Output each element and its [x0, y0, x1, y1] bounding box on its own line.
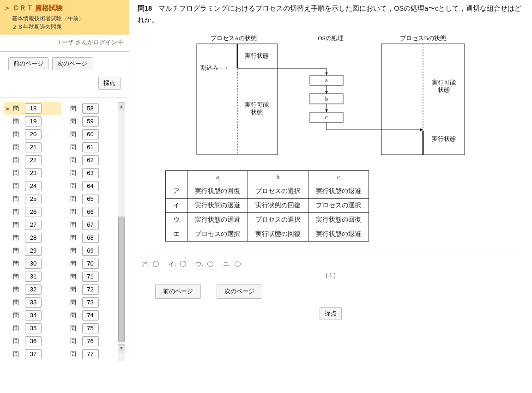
nav-question-67[interactable]: 67: [82, 220, 99, 230]
nav-question-60[interactable]: 60: [82, 129, 99, 139]
nav-row-32: 問32: [4, 283, 61, 296]
nav-label: 問: [13, 143, 25, 151]
nav-question-63[interactable]: 63: [82, 168, 99, 178]
nav-question-31[interactable]: 31: [25, 272, 42, 282]
question-counter: ( 1 ): [138, 272, 524, 278]
nav-question-66[interactable]: 66: [82, 207, 99, 217]
option-a[interactable]: ア.: [141, 260, 160, 267]
option-i-radio[interactable]: [180, 261, 186, 267]
nav-question-75[interactable]: 75: [82, 323, 99, 333]
nav-question-72[interactable]: 72: [82, 284, 99, 295]
nav-question-25[interactable]: 25: [25, 194, 42, 204]
option-e-radio[interactable]: [235, 261, 241, 267]
nav-row-69: 問69: [61, 244, 118, 257]
scroll-down-icon[interactable]: ▼: [118, 344, 125, 352]
table-row: エプロセスの選択実行状態の回復実行状態の退避: [166, 227, 369, 242]
nav-row-29: 問29: [4, 244, 61, 257]
nav-question-34[interactable]: 34: [25, 310, 42, 320]
nav-question-18[interactable]: 18: [25, 103, 42, 114]
nav-question-22[interactable]: 22: [25, 155, 42, 165]
table-header: a: [187, 171, 248, 184]
nav-question-26[interactable]: 26: [25, 207, 42, 217]
process-diagram: text{font-size:13px;fill:#111;} プロセスAの状態…: [192, 34, 469, 160]
divider: [0, 51, 129, 52]
table-cell: プロセスの選択: [187, 227, 248, 242]
nav-question-73[interactable]: 73: [82, 297, 99, 308]
nav-question-58[interactable]: 58: [82, 103, 99, 114]
nav-label: 問: [70, 337, 82, 345]
next-page-button[interactable]: 次のページ: [52, 57, 92, 70]
option-e[interactable]: エ.: [223, 260, 242, 267]
nav-question-68[interactable]: 68: [82, 233, 99, 243]
table-cell: 実行状態の回復: [248, 227, 308, 242]
main-next-button[interactable]: 次のページ: [217, 284, 262, 299]
scroll-track[interactable]: [118, 110, 125, 344]
nav-row-72: 問72: [61, 283, 118, 296]
nav-question-23[interactable]: 23: [25, 168, 42, 178]
option-a-radio[interactable]: [153, 261, 159, 267]
nav-question-59[interactable]: 59: [82, 116, 99, 127]
answer-options: ア. イ. ウ. エ.: [138, 259, 524, 272]
nav-question-29[interactable]: 29: [25, 246, 42, 256]
nav-label: 問: [13, 311, 25, 320]
nav-question-61[interactable]: 61: [82, 142, 99, 152]
nav-question-71[interactable]: 71: [82, 272, 99, 282]
nav-label: 問: [70, 298, 82, 307]
nav-row-24: 問24: [4, 180, 61, 193]
nav-question-30[interactable]: 30: [25, 259, 42, 269]
nav-label: 問: [70, 350, 82, 358]
login-status: ユーザ さんがログイン中: [0, 35, 129, 49]
main-prev-button[interactable]: 前のページ: [155, 284, 201, 299]
nav-question-19[interactable]: 19: [25, 116, 42, 127]
nav-question-32[interactable]: 32: [25, 284, 42, 295]
nav-row-67: 問67: [61, 218, 118, 231]
nav-row-65: 問65: [61, 193, 118, 206]
nav-question-27[interactable]: 27: [25, 220, 42, 230]
nav-question-36[interactable]: 36: [25, 336, 42, 346]
nav-scrollbar[interactable]: ▲ ▼: [118, 102, 125, 361]
nav-question-76[interactable]: 76: [82, 336, 99, 346]
score-button[interactable]: 採点: [98, 77, 121, 90]
nav-question-33[interactable]: 33: [25, 297, 42, 308]
nav-question-20[interactable]: 20: [25, 129, 42, 139]
nav-question-77[interactable]: 77: [82, 349, 99, 359]
option-u-radio[interactable]: [207, 261, 213, 267]
nav-question-62[interactable]: 62: [82, 155, 99, 165]
svg-text:プロセスBの状態: プロセスBの状態: [400, 35, 446, 42]
nav-question-69[interactable]: 69: [82, 246, 99, 256]
main-score-button[interactable]: 採点: [320, 307, 342, 320]
nav-label: 問: [13, 234, 25, 242]
nav-question-24[interactable]: 24: [25, 181, 42, 191]
nav-question-64[interactable]: 64: [82, 181, 99, 191]
option-i[interactable]: イ.: [169, 260, 187, 267]
row-label: ア: [166, 184, 187, 199]
scroll-thumb[interactable]: [118, 217, 125, 342]
nav-row-30: 問30: [4, 257, 61, 270]
nav-label: 問: [13, 130, 25, 139]
site-title[interactable]: ＞ ＣＲＴ 資格試験: [4, 3, 125, 14]
table-cell: 実行状態の退避: [308, 184, 369, 199]
nav-question-65[interactable]: 65: [82, 194, 99, 204]
table-cell: 実行状態の退避: [308, 227, 369, 242]
nav-row-19: 問19: [4, 115, 61, 128]
table-cell: 実行状態の回復: [308, 213, 369, 227]
nav-question-28[interactable]: 28: [25, 233, 42, 243]
nav-label: 問: [70, 272, 82, 281]
nav-label: 問: [70, 260, 82, 268]
option-u[interactable]: ウ.: [196, 260, 215, 267]
scroll-up-icon[interactable]: ▲: [118, 102, 125, 110]
svg-text:実行状態: 実行状態: [245, 52, 269, 59]
nav-question-21[interactable]: 21: [25, 142, 42, 152]
table-row: ア実行状態の回復プロセスの選択実行状態の退避: [166, 184, 369, 199]
table-row: イ実行状態の退避実行状態の回復プロセスの選択: [166, 199, 369, 213]
svg-text:OSの処理: OSの処理: [318, 35, 344, 42]
prev-page-button[interactable]: 前のページ: [8, 57, 48, 70]
nav-question-37[interactable]: 37: [25, 349, 42, 359]
question-body: マルチプログラミングにおけるプロセスの切替え手順を示した図において，OSの処理a…: [138, 5, 521, 24]
nav-row-64: 問64: [61, 180, 118, 193]
nav-question-70[interactable]: 70: [82, 259, 99, 269]
nav-question-74[interactable]: 74: [82, 310, 99, 320]
nav-question-35[interactable]: 35: [25, 323, 42, 333]
svg-text:a: a: [325, 77, 328, 84]
nav-label: 問: [13, 247, 25, 255]
